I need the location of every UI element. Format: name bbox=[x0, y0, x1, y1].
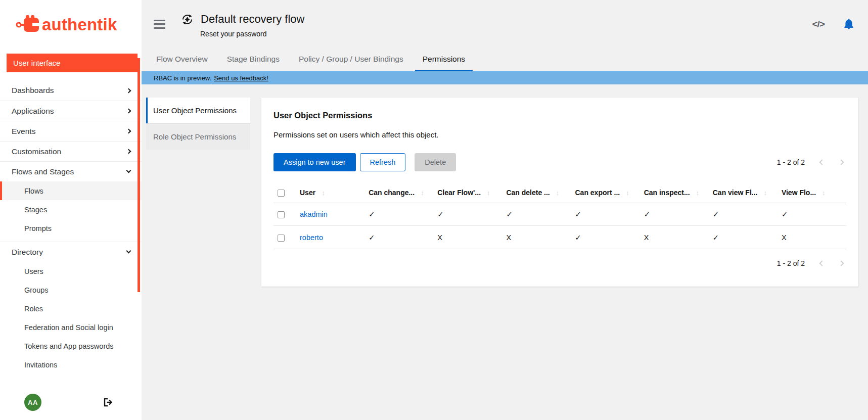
user-cell: roberto bbox=[296, 226, 364, 249]
sidebar-item-dashboards[interactable]: Dashboards bbox=[0, 80, 142, 101]
sidebar-item-groups[interactable]: Groups bbox=[0, 281, 142, 299]
permission-cell: X bbox=[433, 226, 502, 249]
sort-icon[interactable]: ↕ bbox=[626, 189, 629, 197]
sidebar-item-customisation[interactable]: Customisation bbox=[0, 141, 142, 161]
chevron-right-icon[interactable] bbox=[838, 159, 844, 165]
user-cell: akadmin bbox=[296, 203, 364, 226]
subtab-role-object-permissions[interactable]: Role Object Permissions bbox=[146, 123, 250, 150]
chevron-left-icon[interactable] bbox=[819, 159, 825, 165]
sidebar-item-directory[interactable]: Directory bbox=[0, 242, 142, 262]
select-all-checkbox[interactable] bbox=[278, 190, 285, 197]
sidebar-item-users[interactable]: Users bbox=[0, 262, 142, 281]
sidebar-item-applications[interactable]: Applications bbox=[0, 101, 142, 121]
hamburger-menu-icon[interactable] bbox=[154, 20, 165, 29]
avatar[interactable]: AA bbox=[24, 394, 41, 411]
sort-icon[interactable]: ↕ bbox=[696, 189, 700, 197]
sidebar-item-label: Stages bbox=[24, 206, 47, 214]
sidebar-item-label: Applications bbox=[12, 107, 54, 116]
row-select-cell bbox=[273, 226, 296, 249]
row-checkbox[interactable] bbox=[278, 211, 285, 218]
sidebar-item-stages[interactable]: Stages bbox=[0, 200, 142, 219]
row-checkbox[interactable] bbox=[278, 235, 285, 242]
chevron-right-icon bbox=[126, 149, 131, 154]
page-title: Default recovery flow bbox=[201, 13, 304, 26]
assign-to-new-user-button[interactable]: Assign to new user bbox=[273, 153, 356, 171]
sidebar-item-federation-and-social-login[interactable]: Federation and Social login bbox=[0, 318, 142, 337]
permissions-table: User↕ Can change...↕ Clear Flow'...↕ Can… bbox=[273, 183, 846, 249]
col-header-label: Can view Fl... bbox=[713, 189, 758, 197]
col-header-label: Can inspect... bbox=[644, 189, 690, 197]
sidebar-footer: AA bbox=[0, 387, 142, 420]
card-title: User Object Permissions bbox=[273, 111, 846, 120]
col-header-can-view: Can view Fl...↕ bbox=[709, 183, 778, 203]
tab-permissions[interactable]: Permissions bbox=[415, 49, 473, 71]
sidebar-item-label: Dashboards bbox=[12, 86, 54, 95]
pagination-range: 1 - 2 of 2 bbox=[777, 259, 805, 267]
col-header-label: Can export ... bbox=[575, 189, 620, 197]
chevron-right-icon bbox=[126, 129, 131, 134]
feedback-link[interactable]: Send us feedback! bbox=[214, 74, 268, 82]
table-row: akadmin ✓ ✓ ✓ ✓ ✓ ✓ ✓ bbox=[273, 203, 846, 226]
logo-wordmark: authentik bbox=[42, 15, 117, 34]
page-title-block: Default recovery flow Reset your passwor… bbox=[181, 13, 304, 38]
permission-cell: ✓ bbox=[640, 203, 709, 226]
sort-icon[interactable]: ↕ bbox=[556, 189, 560, 197]
col-header-label: Can change... bbox=[369, 189, 415, 197]
chevron-left-icon[interactable] bbox=[819, 260, 825, 266]
tab-stage-bindings[interactable]: Stage Bindings bbox=[219, 49, 287, 71]
delete-button[interactable]: Delete bbox=[415, 153, 456, 171]
subtab-user-object-permissions[interactable]: User Object Permissions bbox=[146, 98, 250, 123]
sidebar-item-flows-and-stages[interactable]: Flows and Stages bbox=[0, 161, 142, 181]
rbac-preview-banner: RBAC is in preview. Send us feedback! bbox=[142, 71, 868, 84]
sidebar-nav: Dashboards Applications Events Customisa… bbox=[0, 80, 142, 387]
select-all-cell bbox=[273, 183, 296, 203]
masthead: Default recovery flow Reset your passwor… bbox=[142, 0, 868, 49]
sidebar-item-label: Roles bbox=[24, 305, 43, 313]
refresh-button[interactable]: Refresh bbox=[360, 153, 406, 171]
sidebar-item-events[interactable]: Events bbox=[0, 121, 142, 141]
app-window: authentik User interface Dashboards Appl… bbox=[0, 0, 868, 420]
sidebar-item-tokens-and-app-passwords[interactable]: Tokens and App passwords bbox=[0, 337, 142, 355]
sidebar-item-user-interface[interactable]: User interface bbox=[7, 54, 138, 72]
sort-icon[interactable]: ↕ bbox=[421, 189, 424, 197]
sort-icon[interactable]: ↕ bbox=[322, 189, 325, 197]
sort-icon[interactable]: ↕ bbox=[822, 189, 826, 197]
user-link[interactable]: akadmin bbox=[300, 210, 328, 218]
toolbar: Assign to new user Refresh Delete 1 - 2 … bbox=[273, 153, 846, 171]
col-header-can-inspect: Can inspect...↕ bbox=[640, 183, 709, 203]
page-subtitle: Reset your password bbox=[200, 30, 304, 38]
permission-cell: ✓ bbox=[433, 203, 502, 226]
sidebar-item-invitations[interactable]: Invitations bbox=[0, 355, 142, 374]
sidebar-scrollbar-thumb[interactable] bbox=[138, 58, 140, 292]
col-header-clear-flow: Clear Flow'...↕ bbox=[433, 183, 502, 203]
sidebar-item-flows[interactable]: Flows bbox=[0, 181, 142, 200]
authentik-logo[interactable]: authentik bbox=[0, 0, 142, 36]
col-header-label: User bbox=[300, 189, 315, 197]
logout-icon[interactable] bbox=[103, 398, 113, 407]
tab-flow-overview[interactable]: Flow Overview bbox=[149, 49, 215, 71]
sort-icon[interactable]: ↕ bbox=[487, 189, 490, 197]
sidebar-item-label: Flows and Stages bbox=[12, 167, 74, 176]
permission-cell: ✓ bbox=[778, 203, 846, 226]
col-header-can-delete: Can delete ...↕ bbox=[502, 183, 571, 203]
api-code-icon[interactable]: </> bbox=[812, 19, 825, 30]
chevron-right-icon bbox=[126, 88, 131, 93]
content-area: User Object Permissions Role Object Perm… bbox=[142, 84, 868, 420]
chevron-right-icon bbox=[126, 109, 131, 114]
user-link[interactable]: roberto bbox=[300, 234, 323, 242]
tab-policy-group-user-bindings[interactable]: Policy / Group / User Bindings bbox=[291, 49, 411, 71]
pagination-top: 1 - 2 of 2 bbox=[777, 158, 846, 166]
sidebar-item-label: Events bbox=[12, 127, 35, 136]
chevron-right-icon[interactable] bbox=[838, 260, 844, 266]
sidebar-item-roles[interactable]: Roles bbox=[0, 299, 142, 318]
pagination-bottom-wrap: 1 - 2 of 2 bbox=[273, 259, 846, 267]
notifications-bell-icon[interactable] bbox=[844, 19, 854, 30]
col-header-can-change: Can change...↕ bbox=[364, 183, 433, 203]
col-header-label: Can delete ... bbox=[506, 189, 550, 197]
sidebar-item-label: Flows bbox=[24, 187, 43, 195]
sidebar-item-label: Directory bbox=[12, 248, 43, 257]
permission-cell: ✓ bbox=[502, 203, 571, 226]
sort-icon[interactable]: ↕ bbox=[763, 189, 767, 197]
sidebar-item-label: Prompts bbox=[24, 224, 52, 232]
sidebar-item-prompts[interactable]: Prompts bbox=[0, 219, 142, 238]
